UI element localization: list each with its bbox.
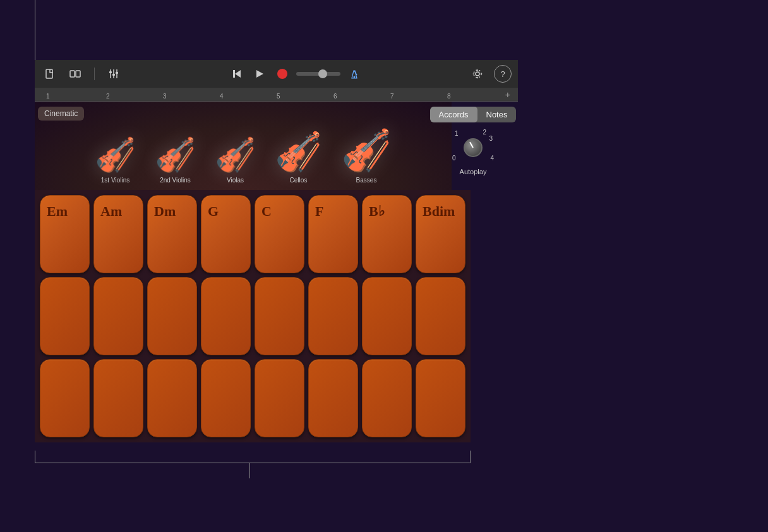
tab-notes[interactable]: Notes bbox=[477, 107, 517, 122]
ruler-mark-5: 5 bbox=[277, 93, 280, 100]
ruler-mark-8: 8 bbox=[447, 93, 451, 100]
record-indicator bbox=[277, 69, 287, 79]
chord-pad-r3-2[interactable] bbox=[93, 359, 143, 437]
knob-indicator bbox=[469, 142, 474, 148]
chord-pad-g[interactable]: G bbox=[201, 195, 251, 273]
separator1 bbox=[94, 68, 95, 80]
add-track-button[interactable]: + bbox=[505, 90, 510, 100]
svg-rect-2 bbox=[76, 71, 80, 77]
chord-pad-r3-1[interactable] bbox=[40, 359, 90, 437]
svg-marker-11 bbox=[256, 70, 263, 78]
chord-pad-r3-8[interactable] bbox=[416, 359, 465, 437]
chord-name-em: Em bbox=[47, 203, 68, 220]
svg-point-14 bbox=[354, 76, 356, 78]
instrument-violins1[interactable]: 🎻 1st Violins bbox=[95, 136, 136, 184]
bracket-midline bbox=[249, 463, 250, 478]
svg-rect-1 bbox=[70, 71, 75, 77]
chord-pad-r2-3[interactable] bbox=[147, 277, 197, 355]
ruler-mark-7: 7 bbox=[390, 93, 394, 100]
cinematic-label[interactable]: Cinematic bbox=[38, 107, 84, 121]
chord-pad-c[interactable]: C bbox=[255, 195, 304, 273]
knob-label-1: 1 bbox=[455, 130, 459, 137]
ruler-mark-6: 6 bbox=[333, 93, 337, 100]
chord-pad-r2-6[interactable] bbox=[308, 277, 358, 355]
instrument-violas[interactable]: 🎻 Violas bbox=[215, 136, 256, 184]
transport-controls bbox=[228, 65, 363, 83]
chord-pad-r3-4[interactable] bbox=[201, 359, 251, 437]
chord-name-bb: B♭ bbox=[369, 203, 385, 220]
help-button[interactable]: ? bbox=[494, 65, 512, 83]
instrument-label-basses: Basses bbox=[356, 177, 377, 184]
chord-pad-r2-7[interactable] bbox=[362, 277, 412, 355]
instrument-label-violas: Violas bbox=[227, 177, 244, 184]
instrument-cellos[interactable]: 🎻 Cellos bbox=[275, 129, 322, 184]
svg-rect-8 bbox=[116, 72, 118, 74]
instrument-label-violins2: 2nd Violins bbox=[160, 177, 191, 184]
progress-thumb bbox=[318, 69, 327, 78]
chord-pad-r2-4[interactable] bbox=[201, 277, 251, 355]
settings-button[interactable] bbox=[469, 65, 486, 83]
autoplay-knob[interactable] bbox=[464, 138, 483, 157]
instrument-violins2[interactable]: 🎻 2nd Violins bbox=[155, 136, 196, 184]
mixer-button[interactable] bbox=[105, 65, 123, 83]
instrument-label-cellos: Cellos bbox=[290, 177, 308, 184]
orchestra-area: 🎻 1st Violins 🎻 2nd Violins 🎻 Violas 🎻 C… bbox=[35, 102, 452, 190]
tab-accords[interactable]: Accords bbox=[430, 107, 477, 122]
loop-button[interactable] bbox=[66, 65, 84, 83]
chord-name-f: F bbox=[315, 203, 323, 220]
ruler-mark-1: 1 bbox=[46, 93, 50, 100]
autoplay-area: 0 1 2 3 4 Autoplay bbox=[451, 129, 495, 175]
svg-rect-9 bbox=[233, 70, 235, 78]
chord-grid: Em Am Dm G C F B♭ Bdim bbox=[35, 190, 471, 442]
knob-label-0: 0 bbox=[452, 155, 456, 162]
timeline-ruler: 1 2 3 4 5 6 7 8 + bbox=[35, 88, 518, 102]
chord-pad-r3-5[interactable] bbox=[255, 359, 304, 437]
instrument-basses[interactable]: 🎻 Basses bbox=[341, 127, 392, 184]
chord-pad-bb[interactable]: B♭ bbox=[362, 195, 412, 273]
knob-label-4: 4 bbox=[490, 155, 494, 162]
chord-pad-f[interactable]: F bbox=[308, 195, 358, 273]
chord-pad-dm[interactable]: Dm bbox=[147, 195, 197, 273]
chord-pad-r2-2[interactable] bbox=[93, 277, 143, 355]
knob-label-3: 3 bbox=[489, 135, 493, 142]
svg-point-16 bbox=[474, 70, 481, 78]
new-song-button[interactable] bbox=[41, 65, 59, 83]
chord-name-g: G bbox=[208, 203, 219, 220]
left-vertical-line bbox=[35, 0, 35, 60]
chord-name-bdim: Bdim bbox=[423, 203, 455, 220]
chord-pad-em[interactable]: Em bbox=[40, 195, 90, 273]
ruler-mark-2: 2 bbox=[106, 93, 110, 100]
toolbar: ? bbox=[35, 60, 518, 88]
play-button[interactable] bbox=[251, 65, 268, 83]
chord-pad-bdim[interactable]: Bdim bbox=[416, 195, 465, 273]
svg-rect-0 bbox=[46, 69, 52, 78]
chord-name-dm: Dm bbox=[154, 203, 176, 220]
ruler-marks: 1 2 3 4 5 6 7 8 + bbox=[40, 88, 513, 101]
svg-point-15 bbox=[476, 72, 479, 76]
chord-pad-r2-5[interactable] bbox=[255, 277, 304, 355]
ruler-mark-4: 4 bbox=[220, 93, 224, 100]
record-button[interactable] bbox=[273, 65, 291, 83]
progress-bar[interactable] bbox=[296, 72, 340, 76]
knob-label-2: 2 bbox=[483, 129, 486, 136]
svg-rect-6 bbox=[109, 71, 112, 73]
autoplay-knob-container: 0 1 2 3 4 bbox=[451, 129, 495, 167]
chord-name-am: Am bbox=[100, 203, 122, 220]
chord-pad-r3-6[interactable] bbox=[308, 359, 358, 437]
metronome-button[interactable] bbox=[345, 65, 363, 83]
chord-pad-r2-1[interactable] bbox=[40, 277, 90, 355]
autoplay-label: Autoplay bbox=[460, 168, 487, 175]
svg-marker-10 bbox=[235, 70, 241, 78]
bottom-bracket bbox=[35, 451, 471, 463]
controls-panel: Accords Notes 0 1 2 3 4 Autoplay bbox=[428, 102, 518, 190]
chord-pad-r3-3[interactable] bbox=[147, 359, 197, 437]
chord-pad-r2-8[interactable] bbox=[416, 277, 465, 355]
svg-rect-7 bbox=[112, 74, 115, 76]
chord-pad-am[interactable]: Am bbox=[93, 195, 143, 273]
instrument-label-violins1: 1st Violins bbox=[101, 177, 129, 184]
rewind-button[interactable] bbox=[228, 65, 246, 83]
ruler-mark-3: 3 bbox=[163, 93, 167, 100]
chord-pad-r3-7[interactable] bbox=[362, 359, 412, 437]
tab-group: Accords Notes bbox=[430, 107, 517, 122]
chord-name-c: C bbox=[261, 203, 272, 220]
